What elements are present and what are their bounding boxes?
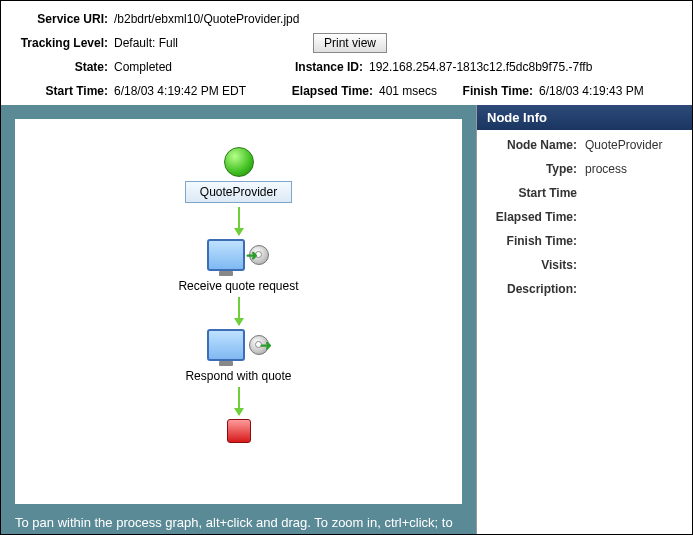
value-node-name: QuoteProvider <box>585 138 682 152</box>
root-node[interactable]: QuoteProvider <box>185 181 292 203</box>
value-node-type: process <box>585 162 682 176</box>
value-tracking-level: Default: Full <box>114 36 178 50</box>
label-service-uri: Service URI: <box>13 12 108 26</box>
label-node-visits: Visits: <box>487 258 577 272</box>
app-window: Service URI:/b2bdrt/ebxml10/QuoteProvide… <box>0 0 693 535</box>
label-start-time: Start Time: <box>13 84 108 98</box>
send-icon: ➜ <box>249 335 269 355</box>
arrow-icon <box>238 387 240 415</box>
value-start-time: 6/18/03 4:19:42 PM EDT <box>114 84 246 98</box>
value-finish-time: 6/18/03 4:19:43 PM <box>539 84 644 98</box>
step-label: Receive quote request <box>178 279 298 293</box>
value-node-visits <box>585 258 682 272</box>
value-elapsed-time: 401 msecs <box>379 84 437 98</box>
node-info-title: Node Info <box>477 105 692 130</box>
value-state: Completed <box>114 60 172 74</box>
node-info-panel: Node Info Node Name:QuoteProvider Type:p… <box>476 105 692 534</box>
label-node-type: Type: <box>487 162 577 176</box>
monitor-icon <box>207 329 245 361</box>
end-node-icon[interactable] <box>227 419 251 443</box>
value-node-finish <box>585 234 682 248</box>
label-elapsed-time: Elapsed Time: <box>283 84 373 98</box>
start-node-icon[interactable] <box>224 147 254 177</box>
monitor-icon <box>207 239 245 271</box>
label-instance-id: Instance ID: <box>283 60 363 74</box>
process-graph-pane: QuoteProvider ➜ Receive quote request <box>1 105 476 534</box>
label-node-description: Description: <box>487 282 577 296</box>
value-instance-id: 192.168.254.87-1813c12.f5dc8b9f75.-7ffb <box>369 60 592 74</box>
label-node-name: Node Name: <box>487 138 577 152</box>
value-service-uri: /b2bdrt/ebxml10/QuoteProvider.jpd <box>114 12 299 26</box>
step-label: Respond with quote <box>185 369 291 383</box>
label-state: State: <box>13 60 108 74</box>
flow-diagram: QuoteProvider ➜ Receive quote request <box>129 147 349 443</box>
label-node-finish: Finish Time: <box>487 234 577 248</box>
label-finish-time: Finish Time: <box>453 84 533 98</box>
print-view-button[interactable]: Print view <box>313 33 387 53</box>
value-node-start <box>585 186 682 200</box>
label-tracking-level: Tracking Level: <box>13 36 108 50</box>
value-node-elapsed <box>585 210 682 224</box>
step-receive[interactable]: ➜ Receive quote request <box>178 239 298 293</box>
label-node-elapsed: Elapsed Time: <box>487 210 577 224</box>
arrow-icon <box>238 207 240 235</box>
process-graph-canvas[interactable]: QuoteProvider ➜ Receive quote request <box>15 119 462 504</box>
main-area: QuoteProvider ➜ Receive quote request <box>1 105 692 534</box>
step-respond[interactable]: ➜ Respond with quote <box>185 329 291 383</box>
label-node-start: Start Time <box>487 186 577 200</box>
arrow-icon <box>238 297 240 325</box>
receive-icon: ➜ <box>249 245 269 265</box>
graph-hint-text: To pan within the process graph, alt+cli… <box>15 515 476 530</box>
value-node-description <box>585 282 682 296</box>
details-header: Service URI:/b2bdrt/ebxml10/QuoteProvide… <box>1 1 692 109</box>
